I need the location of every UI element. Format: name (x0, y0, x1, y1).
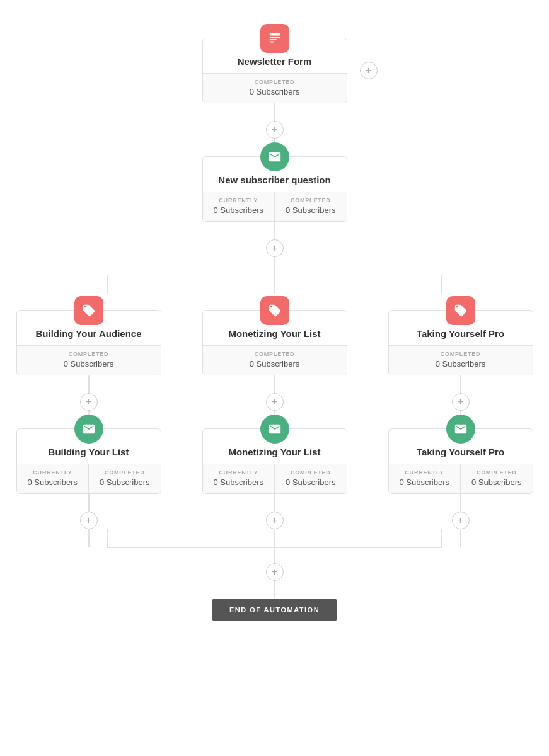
col-left-add-2[interactable]: + (80, 512, 98, 529)
tag-icon-2 (260, 296, 289, 325)
col-left-line-3 (88, 494, 90, 512)
new-subscriber-card[interactable]: New subscriber question CURRENTLY 0 Subs… (202, 156, 347, 222)
email-icon-1 (260, 142, 289, 171)
col-center-line-1 (274, 375, 275, 393)
col-left: Building Your Audience COMPLETED 0 Subsc… (16, 294, 161, 547)
form-icon (260, 24, 289, 53)
col-right-add-2[interactable]: + (452, 512, 470, 529)
col-right-line-1 (460, 375, 461, 393)
col-left-line-1 (88, 375, 90, 393)
final-add-btn[interactable]: + (266, 563, 284, 581)
newsletter-form-card[interactable]: Newsletter Form COMPLETED 0 Subscribers (202, 38, 347, 103)
newsletter-form-side-add[interactable]: + (360, 62, 378, 79)
col-left-add-1[interactable]: + (80, 393, 98, 411)
svg-rect-2 (269, 39, 276, 40)
connector-line-4 (274, 257, 275, 275)
col-center-add-1[interactable]: + (266, 393, 284, 411)
newsletter-form-stat-label: COMPLETED (255, 79, 295, 85)
svg-rect-1 (269, 37, 280, 38)
tag-icon-1 (74, 296, 103, 325)
branch-lines-svg (16, 275, 533, 294)
new-subscriber-stat-currently: CURRENTLY 0 Subscribers (203, 192, 275, 221)
email-icon-4 (446, 415, 475, 444)
email-icon-2 (74, 415, 103, 444)
email-icon-3 (260, 415, 289, 444)
taking-pro-1-card[interactable]: Taking Yourself Pro COMPLETED 0 Subscrib… (388, 310, 533, 375)
tag-icon-3 (446, 296, 475, 325)
col-center-add-2[interactable]: + (266, 512, 284, 529)
end-of-automation-button[interactable]: END OF AUTOMATION (212, 598, 337, 621)
taking-pro-2-stats: CURRENTLY 0 Subscribers COMPLETED 0 Subs… (389, 464, 533, 493)
add-btn-2[interactable]: + (266, 239, 284, 257)
monetizing-list-2-stats: CURRENTLY 0 Subscribers COMPLETED 0 Subs… (203, 464, 347, 493)
svg-rect-3 (269, 42, 274, 43)
automation-canvas: Newsletter Form COMPLETED 0 Subscribers … (0, 0, 549, 646)
monetizing-list-1-stats: COMPLETED 0 Subscribers (203, 345, 347, 375)
newsletter-form-stat-value: 0 Subscribers (250, 87, 299, 96)
monetizing-list-2-card[interactable]: Monetizing Your List CURRENTLY 0 Subscri… (202, 428, 347, 494)
final-line-2 (274, 581, 275, 598)
newsletter-form-stats: COMPLETED 0 Subscribers (203, 73, 347, 103)
building-audience-card[interactable]: Building Your Audience COMPLETED 0 Subsc… (16, 310, 161, 375)
monetizing-list-1-card[interactable]: Monetizing Your List COMPLETED 0 Subscri… (202, 310, 347, 375)
col-right-add-1[interactable]: + (452, 393, 470, 411)
converge-lines (16, 529, 533, 548)
connector-line-1 (274, 103, 275, 121)
building-list-card[interactable]: Building Your List CURRENTLY 0 Subscribe… (16, 428, 161, 494)
converge-svg (16, 529, 533, 548)
col-right-line-3 (460, 494, 461, 512)
col-center: Monetizing Your List COMPLETED 0 Subscri… (202, 294, 347, 547)
col-center-line-3 (274, 494, 275, 512)
taking-pro-2-card[interactable]: Taking Yourself Pro CURRENTLY 0 Subscrib… (388, 428, 533, 494)
branch-row-1: Building Your Audience COMPLETED 0 Subsc… (16, 294, 533, 547)
new-subscriber-stats: CURRENTLY 0 Subscribers COMPLETED 0 Subs… (203, 192, 347, 221)
final-line-1 (274, 548, 275, 563)
new-subscriber-stat-completed: COMPLETED 0 Subscribers (274, 192, 347, 221)
add-btn-1[interactable]: + (266, 121, 284, 139)
connector-line-3 (274, 222, 275, 239)
col-right: Taking Yourself Pro COMPLETED 0 Subscrib… (388, 294, 533, 547)
taking-pro-1-stats: COMPLETED 0 Subscribers (389, 345, 533, 375)
building-list-stats: CURRENTLY 0 Subscribers COMPLETED 0 Subs… (17, 464, 161, 493)
branch-divider (16, 275, 533, 294)
svg-rect-0 (269, 33, 280, 36)
building-audience-stats: COMPLETED 0 Subscribers (17, 345, 161, 375)
